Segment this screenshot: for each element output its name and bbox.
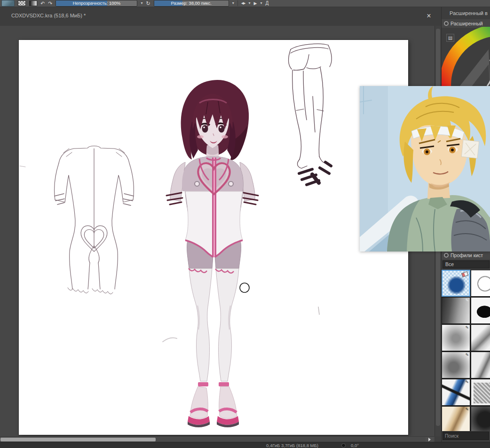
canvas[interactable] (19, 40, 408, 435)
pencil-icon: ✎ (465, 407, 469, 412)
reference-image[interactable] (360, 86, 490, 252)
brush-preset-soft-round[interactable]: ✎ (442, 324, 470, 351)
brush-size-slider-label: Размер: 38,00 пикс. (154, 0, 229, 6)
pattern-swatch-button[interactable] (18, 0, 26, 6)
advanced-color-tab-label: Расширенный (450, 21, 483, 26)
canvas-rotation-text: 0,0° (351, 443, 359, 448)
opacity-slider[interactable]: Непрозрачность: 100% (55, 0, 137, 7)
brush-preset-airbrush-soft[interactable]: ✎ (442, 297, 470, 324)
brush-presets-title: Профили кист (450, 252, 483, 258)
brush-search-input[interactable] (443, 432, 489, 440)
brush-size-slider[interactable]: Размер: 38,00 пикс. (154, 0, 229, 7)
brush-preset-grid: ✎ ✎ ✎ ✎ ✎ ✎ ✎ (442, 270, 490, 431)
chevron-down-icon[interactable]: ▾ (260, 0, 262, 6)
tool-options-button[interactable] (1, 0, 15, 7)
brush-preset-eraser-soft[interactable] (442, 270, 470, 297)
docker-handle-icon (444, 253, 449, 258)
canvas-artwork[interactable] (19, 40, 408, 435)
memory-progress-icon (341, 443, 346, 448)
brush-cursor (240, 283, 249, 292)
chevron-down-icon[interactable]: ▾ (232, 0, 234, 6)
brush-preset-ink-wet[interactable]: ✎ (471, 297, 490, 324)
character-figure (166, 80, 258, 427)
advanced-color-docker-title: Расширенный в (450, 10, 488, 16)
close-document-button[interactable]: × (424, 11, 434, 21)
opacity-slider-label: Непрозрачность: 100% (56, 0, 137, 6)
mirror-horizontal-icon[interactable]: ◀▶ (241, 0, 245, 6)
undo-icon[interactable]: ↶ (40, 0, 45, 6)
status-bar: 0,4ГиБ 3,7ГиБ (818,8 МБ) 0,0° (0, 442, 490, 448)
brush-preset-charcoal-dark[interactable]: ✎ (471, 406, 490, 431)
chevron-down-icon[interactable]: ▾ (141, 0, 142, 6)
list-icon: ▤ (448, 35, 452, 40)
stray-marks (163, 307, 319, 342)
pencil-icon: ✎ (465, 380, 469, 385)
painting-flow-icon[interactable]: ▶ (253, 0, 257, 6)
brush-thumbnail (471, 379, 490, 405)
horizontal-scrollbar[interactable] (0, 436, 435, 442)
krita-window: ↶ ↷ Непрозрачность: 100% ▾ ↻ Размер: 38,… (0, 0, 490, 448)
scroll-right-button[interactable] (426, 437, 434, 442)
brush-tag-filter-combo[interactable]: Все (443, 260, 490, 268)
brush-preset-pencil-tan[interactable]: ✎ (442, 406, 470, 431)
brush-thumbnail (471, 270, 490, 296)
memory-usage-text: 0,4ГиБ 3,7ГиБ (818,8 МБ) (266, 443, 318, 448)
wrap-around-mode-icon[interactable]: Д (265, 0, 269, 6)
brush-preset-ballpoint-blue[interactable]: ✎ (442, 379, 470, 406)
pencil-icon: ✎ (465, 353, 469, 357)
brush-presets-docker-header[interactable]: Профили кист (442, 250, 490, 259)
brush-preset-pencil-soft[interactable]: ✎ (442, 352, 470, 378)
color-selector-settings-button[interactable]: ▤ (446, 34, 454, 42)
document-titlebar: CDXDVSDXC.kra (518,6 МиБ) * × (0, 7, 441, 26)
brush-thumbnail (471, 407, 490, 431)
brush-preset-smudge-streak[interactable]: ✎ (471, 324, 490, 351)
reload-icon[interactable]: ↻ (146, 0, 150, 6)
legs-sketch (289, 44, 332, 185)
chevron-down-icon[interactable]: ▾ (248, 0, 250, 6)
brush-preset-pencil-hb[interactable]: ✎ (471, 352, 490, 378)
brush-preset-eraser-circle[interactable] (471, 270, 490, 297)
brush-tag-filter-value: Все (445, 261, 454, 267)
pencil-icon: ✎ (465, 298, 469, 303)
scroll-right-arrow-icon (428, 438, 431, 441)
document-title: CDXDVSDXC.kra (518,6 МиБ) * (11, 13, 86, 18)
horizontal-scrollbar-thumb[interactable] (0, 438, 156, 441)
docker-handle-icon (444, 21, 449, 26)
pencil-icon: ✎ (465, 325, 469, 330)
reference-image-picture (360, 86, 490, 252)
brush-thumbnail (471, 325, 490, 351)
top-toolbar: ↶ ↷ Непрозрачность: 100% ▾ ↻ Размер: 38,… (0, 0, 490, 7)
brush-thumbnail (471, 298, 490, 323)
back-view-sketch (20, 146, 134, 294)
toolbar-separator (237, 0, 238, 6)
gradient-swatch-button[interactable] (29, 0, 37, 6)
redo-icon[interactable]: ↷ (48, 0, 52, 6)
brush-preset-pencil-textured[interactable]: ✎ (471, 379, 490, 406)
brush-thumbnail (471, 352, 490, 378)
